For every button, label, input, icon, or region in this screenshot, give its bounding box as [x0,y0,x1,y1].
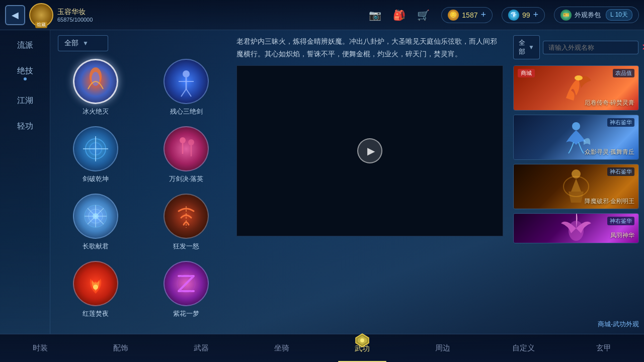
svg-point-15 [180,137,186,143]
skin-card-2[interactable]: 神右鉴华 众影寻灵·孤舞青丘 [513,115,639,160]
skill-visual [165,262,208,305]
cart-button[interactable]: 🛒 [414,6,432,24]
right-chevron-down-icon: ▼ [528,44,534,51]
tab-wuqi[interactable]: 武器 [161,334,242,362]
skill-visual [74,60,117,103]
sidebar-item-liupai[interactable]: 流派 [17,40,33,51]
tab-peishi[interactable]: 配饰 [80,334,161,362]
skill-name-zihuayimeng: 紫花一梦 [173,309,199,318]
skill-name-canxinsanjian: 残心三绝剑 [170,107,203,116]
tab-zidingyi[interactable]: 自定义 [483,334,564,362]
back-button[interactable]: ◀ [5,5,25,25]
skin-card-4[interactable]: 神右鉴华 凤羽神华 [513,213,639,243]
skill-icon-fafayinu [164,194,209,239]
ticket-icon: 🎫 [560,10,572,21]
skin-card-2-label: 众影寻灵·孤舞青丘 [585,148,634,156]
timer-badge: L 10天 [606,9,632,21]
gold-value: 1587 [462,11,477,19]
skill-name-honglianfenye: 红莲焚夜 [83,309,109,318]
avatar [29,3,53,27]
right-panel: 全部 ▼ ✕ 农品值 厄卷传奇·碎焚灵膏 商城 [508,30,644,334]
user-name: 玉容华妆 [57,8,93,17]
tab-label-zidingyi: 自定义 [512,343,535,353]
skin-card-1-label: 厄卷传奇·碎焚灵膏 [585,99,634,107]
skill-icon-jianpoqiankun [73,126,118,171]
tab-label-zuoji: 坐骑 [274,343,289,353]
user-info: 玉容华妆 65875/100000 [29,3,93,27]
skin-card-3[interactable]: 神石鉴华 降魔破邪·金刚明王 [513,164,639,209]
skill-name-binghuojuemie: 冰火绝灭 [83,107,109,116]
sidebar-item-qinggong[interactable]: 轻功 [17,121,33,132]
tab-wugong[interactable]: 武功 [322,334,403,362]
right-filter-label: 全部 [519,38,525,56]
skill-item-changgejianjun[interactable]: 长歌献君 [58,194,133,251]
skill-description: 老君炉内三昧火，炼得金晴辨妖魔。冲出八卦炉，大圣唯见天庭仙乐弦歌，而人间邪魔横行… [236,35,503,60]
gem-icon: 💎 [508,10,519,21]
skin-card-1-tag: 商城 [518,69,535,77]
gold-block: 🪙 1587 + [441,7,493,23]
skill-name-fafayinu: 狂发一怒 [173,242,199,251]
gem-block: 💎 99 + [502,7,545,23]
tab-xuanjia[interactable]: 玄甲 [564,334,644,362]
ticket-label: 外观券包 [575,11,601,20]
skin-card-3-label: 降魔破邪·金刚明王 [585,197,634,206]
bottom-tabs: 时装 配饰 武器 坐骑 武功 周边 自定义 玄甲 [0,334,644,362]
bag-button[interactable]: 🎒 [390,6,408,24]
skin-card-1[interactable]: 农品值 厄卷传奇·碎焚灵膏 商城 [513,65,639,111]
sidebar-label-qinggong: 轻功 [17,121,33,132]
search-input[interactable] [543,41,638,54]
ticket-block[interactable]: 🎫 外观券包 L 10天 [554,7,639,23]
skill-name-jianpoqiankun: 剑破乾坤 [83,174,109,184]
left-sidebar: 流派 绝技 江湖 轻功 [0,30,50,334]
skin-card-1-sublabel: 农品值 [613,69,634,77]
sidebar-label-liupai: 流派 [17,40,33,51]
gold-add-button[interactable]: + [480,10,486,20]
right-filter-select[interactable]: 全部 ▼ [513,35,540,59]
active-dot [24,77,27,80]
camera-button[interactable]: 📷 [366,6,384,24]
gem-value: 99 [522,11,530,19]
video-container: ▶ [236,65,503,236]
svg-line-7 [181,89,186,97]
skill-visual [74,195,117,238]
skill-item-wanjianluoying[interactable]: 万剑决·落英 [148,126,224,184]
tab-label-wuqi: 武器 [194,343,209,353]
skill-item-binghuojuemie[interactable]: 冰火绝灭 [58,59,133,116]
skin-card-2-sublabel: 神右鉴华 [607,118,634,127]
skill-icon-binghuojuemie [73,59,118,104]
skin-card-4-label: 凤羽神华 [610,231,634,240]
skill-item-honglianfenye[interactable]: 红莲焚夜 [58,261,133,318]
skill-item-fafayinu[interactable]: 狂发一怒 [148,194,224,251]
shop-link[interactable]: 商城-武功外观 [513,320,639,329]
svg-line-8 [186,89,191,97]
svg-point-17 [188,139,194,145]
search-icon[interactable]: ✕ [641,42,644,53]
center-area: 老君炉内三昧火，炼得金晴辨妖魔。冲出八卦炉，大圣唯见天庭仙乐弦歌，而人间邪魔横行… [231,30,508,334]
play-button[interactable]: ▶ [357,138,382,163]
sidebar-item-jueji[interactable]: 绝技 [17,66,33,80]
svg-point-14 [171,134,201,164]
skills-filter-label: 全部 [64,39,78,48]
skills-filter-select[interactable]: 全部 ▼ [58,35,108,51]
tab-shizhuang[interactable]: 时装 [0,334,80,362]
skill-visual [74,262,117,305]
svg-point-33 [575,75,583,80]
tab-zuoji[interactable]: 坐骑 [242,334,322,362]
skill-visual [74,127,117,170]
skill-item-canxinsanjian[interactable]: 残心三绝剑 [148,59,224,116]
sidebar-item-jianghu[interactable]: 江湖 [17,96,33,106]
skill-icon-wanjianluoying [164,126,209,171]
skill-visual [165,127,208,170]
svg-point-27 [171,201,201,231]
chevron-down-icon: ▼ [83,40,89,47]
sidebar-label-jueji: 绝技 [17,66,33,76]
skills-area: 全部 ▼ 冰火绝灭 [50,30,231,334]
skill-item-zihuayimeng[interactable]: 紫花一梦 [148,261,224,318]
tab-zhoubian[interactable]: 周边 [403,334,483,362]
gem-add-button[interactable]: + [533,10,539,20]
skill-icon-canxinsanjian [164,59,209,104]
skill-item-jianpoqiankun[interactable]: 剑破乾坤 [58,126,133,184]
tab-label-peishi: 配饰 [113,343,128,353]
svg-point-2 [92,72,100,86]
svg-point-4 [183,70,190,77]
